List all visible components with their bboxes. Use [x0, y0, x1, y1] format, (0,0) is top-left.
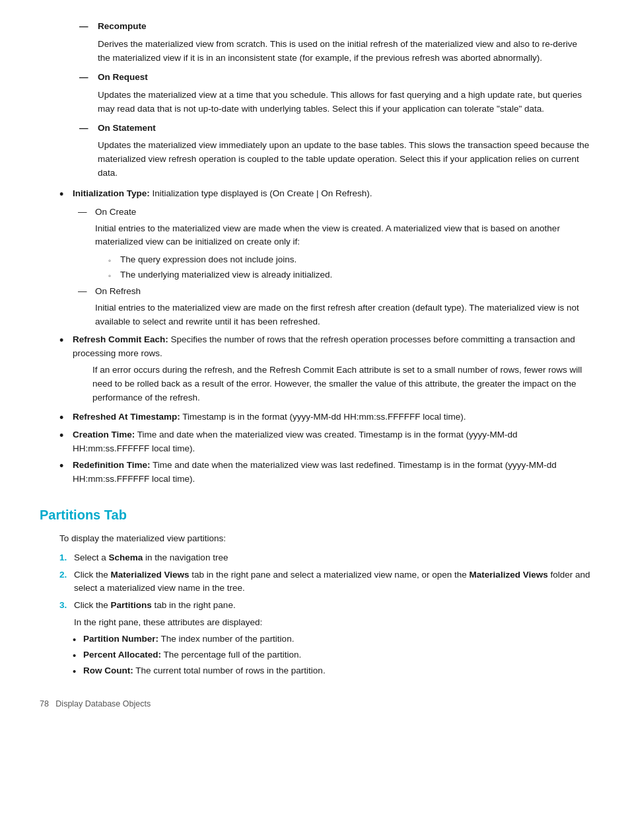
redefinition-time-label: Redefinition Time:	[73, 460, 151, 470]
sub-bullet-1: ◦ The query expression does not include …	[108, 253, 590, 267]
recompute-term: Recompute	[98, 20, 590, 34]
inner-bullet-dot-2: •	[73, 648, 83, 662]
creation-time-suffix: Time and date when the materialized view…	[73, 430, 518, 453]
partition-number-bullet: • Partition Number: The index number of …	[73, 632, 590, 646]
step-1-num: 1.	[59, 551, 74, 565]
step-2-num: 2.	[59, 568, 74, 596]
sub-dash-on-refresh: —	[78, 285, 95, 299]
page-footer: 78 Display Database Objects	[40, 698, 590, 710]
bullet-dot-refresh-commit: •	[59, 333, 73, 348]
partitions-attributes: • Partition Number: The index number of …	[73, 632, 590, 678]
refresh-commit-bullet: • Refresh Commit Each: Specifies the num…	[59, 333, 590, 361]
page-number: 78	[40, 699, 49, 708]
on-create-desc: Initial entries to the materialized view…	[95, 222, 590, 250]
dash-on-statement: —	[79, 122, 98, 135]
bullet-dot-refreshed-at: •	[59, 410, 73, 426]
on-refresh-desc: Initial entries to the materialized view…	[95, 301, 590, 329]
sub-bullet-2: ◦ The underlying materialized view is al…	[108, 268, 590, 282]
sub-dash-on-create: —	[78, 206, 95, 219]
refreshed-at-content: Refreshed At Timestamp: Timestamp is in …	[73, 410, 590, 424]
redefinition-time-content: Redefinition Time: Time and date when th…	[73, 459, 590, 486]
step-3-sub-desc: In the right pane, these attributes are …	[74, 616, 590, 630]
partitions-tab-heading: Partitions Tab	[40, 505, 590, 525]
creation-time-label: Creation Time:	[73, 430, 135, 439]
step-3-num: 3.	[59, 599, 74, 613]
recompute-label: Recompute	[98, 21, 147, 31]
on-statement-term: On Statement	[98, 122, 590, 135]
step-2-row: 2. Click the Materialized Views tab in t…	[59, 568, 590, 596]
on-statement-label: On Statement	[98, 123, 156, 133]
partitions-tab-section: Partitions Tab To display the materializ…	[40, 505, 590, 679]
partition-number-label: Partition Number:	[83, 634, 158, 644]
on-request-row: — On Request	[79, 71, 590, 85]
percent-allocated-text: The percentage full of the partition.	[161, 650, 301, 660]
dash-on-request: —	[79, 71, 98, 85]
partition-number-content: Partition Number: The index number of th…	[83, 632, 294, 646]
row-count-content: Row Count: The current total number of r…	[83, 664, 326, 678]
row-count-text: The current total number of rows in the …	[133, 666, 326, 675]
refreshed-at-suffix: Timestamp is in the format (yyyy-MM-dd H…	[180, 412, 466, 422]
bullet-dot-redefinition-time: •	[59, 459, 73, 474]
on-statement-desc: Updates the materialized view immediatel…	[98, 139, 590, 180]
sub-bullet-1-text: The query expression does not include jo…	[120, 253, 297, 267]
step-2-mv-bold-2: Materialized Views	[470, 570, 548, 580]
percent-allocated-content: Percent Allocated: The percentage full o…	[83, 648, 301, 662]
dash-recompute: —	[79, 20, 98, 34]
init-type-content: Initialization Type: Initialization type…	[73, 187, 590, 201]
row-count-bullet: • Row Count: The current total number of…	[73, 664, 590, 678]
step-1-schema-bold: Schema	[109, 553, 143, 562]
step-3-content: Click the Partitions tab in the right pa…	[74, 599, 590, 613]
refresh-types-section: — Recompute Derives the materialized vie…	[40, 20, 590, 180]
bullet-dot-init: •	[59, 187, 73, 202]
refreshed-at-bullet: • Refreshed At Timestamp: Timestamp is i…	[59, 410, 590, 426]
init-type-label: Initialization Type:	[73, 188, 150, 198]
on-request-label: On Request	[98, 72, 148, 82]
recompute-row: — Recompute	[79, 20, 590, 34]
row-count-label: Row Count:	[83, 666, 133, 675]
step-2-content: Click the Materialized Views tab in the …	[74, 568, 590, 596]
step-2-mv-bold-1: Materialized Views	[111, 570, 190, 580]
sub-sub-dot-1: ◦	[108, 255, 120, 267]
on-create-term: On Create	[95, 206, 590, 219]
sub-sub-dot-2: ◦	[108, 270, 120, 282]
recompute-desc: Derives the materialized view from scrat…	[98, 38, 590, 65]
on-refresh-term: On Refresh	[95, 285, 590, 299]
on-statement-row: — On Statement	[79, 122, 590, 135]
refresh-commit-content: Refresh Commit Each: Specifies the numbe…	[73, 333, 590, 361]
sub-bullet-2-text: The underlying materialized view is alre…	[120, 268, 332, 282]
redefinition-time-bullet: • Redefinition Time: Time and date when …	[59, 459, 590, 486]
refresh-commit-extra: If an error occurs during the refresh, a…	[92, 363, 590, 405]
inner-bullet-dot-3: •	[73, 664, 83, 678]
percent-allocated-bullet: • Percent Allocated: The percentage full…	[73, 648, 590, 662]
partitions-tab-intro: To display the materialized view partiti…	[59, 532, 590, 546]
bullet-list: • Initialization Type: Initialization ty…	[59, 187, 590, 486]
step-1-content: Select a Schema in the navigation tree	[74, 551, 590, 565]
creation-time-content: Creation Time: Time and date when the ma…	[73, 428, 590, 456]
creation-time-bullet: • Creation Time: Time and date when the …	[59, 428, 590, 456]
bullet-dot-creation-time: •	[59, 428, 73, 443]
footer-label: Display Database Objects	[55, 699, 151, 708]
on-request-term: On Request	[98, 71, 590, 85]
on-refresh-row: — On Refresh	[78, 285, 590, 299]
on-create-row: — On Create	[78, 206, 590, 219]
on-request-desc: Updates the materialized view at a time …	[98, 89, 590, 116]
init-type-bullet: • Initialization Type: Initialization ty…	[59, 187, 590, 202]
partition-number-text: The index number of the partition.	[158, 634, 294, 644]
refreshed-at-label: Refreshed At Timestamp:	[73, 412, 180, 422]
percent-allocated-label: Percent Allocated:	[83, 650, 161, 660]
refresh-commit-label: Refresh Commit Each:	[73, 334, 168, 344]
partitions-steps: 1. Select a Schema in the navigation tre…	[59, 551, 590, 679]
inner-bullet-dot-1: •	[73, 632, 83, 646]
step-3-row: 3. Click the Partitions tab in the right…	[59, 599, 590, 613]
step-3-partitions-bold: Partitions	[111, 600, 152, 610]
init-type-suffix: Initialization type displayed is (On Cre…	[150, 188, 372, 198]
step-1-row: 1. Select a Schema in the navigation tre…	[59, 551, 590, 565]
